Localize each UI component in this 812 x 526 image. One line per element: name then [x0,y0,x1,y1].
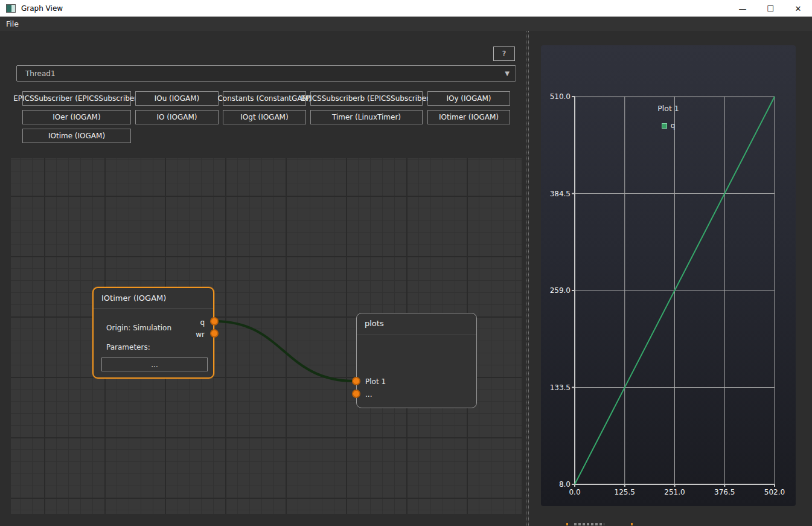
y-tick-label: 384.5 [550,190,571,198]
palette-button-timer[interactable]: Timer (LinuxTimer) [310,110,423,124]
x-tick-label: 502.0 [764,488,785,496]
close-button[interactable]: ✕ [784,0,812,17]
x-tick-label: 0.0 [569,488,580,496]
node-iotimer-title: IOtimer (IOGAM) [101,293,166,303]
help-button[interactable]: ? [493,47,515,61]
palette-button-io[interactable]: IO (IOGAM) [135,110,219,124]
plot-area: 510.0384.5259.0133.58.0 0.0125.5251.0376… [575,97,775,484]
node-divider [357,335,476,335]
strip-orange-mark [631,523,633,525]
input-port-plot1[interactable] [352,377,360,385]
node-divider [94,308,213,309]
origin-label: Origin: Simulation [106,324,171,332]
palette-button-iogt[interactable]: IOgt (IOGAM) [223,110,306,124]
menu-file[interactable]: File [0,19,25,28]
menu-bar: File [0,17,812,31]
parameters-label: Parameters: [106,343,150,351]
window-controls: — ☐ ✕ [729,0,812,17]
palette-button-constants[interactable]: Constants (ConstantGAM) [223,91,306,106]
y-tick-label: 259.0 [550,286,571,295]
plot-panel: Plot 1 q 510.0384.5259.0133.58.0 0.0125.… [541,45,796,506]
plot-grid-and-line [571,93,778,488]
y-tick-label: 8.0 [559,480,571,489]
bottom-partial-widget [541,522,812,526]
x-tick-label: 125.5 [615,488,635,496]
node-plots[interactable]: plots Plot 1 ... [356,313,477,408]
graph-view-window: Graph View — ☐ ✕ File ? Thread1 ▼ EPICSS… [0,0,812,526]
input-port-more[interactable] [352,390,360,398]
strip-gray-marks [574,523,604,525]
palette-button-epicssubscriberb[interactable]: EPICSSubscriberb (EPICSSubscriber) [310,91,423,106]
minimize-button[interactable]: — [729,0,756,17]
palette-button-ioer[interactable]: IOer (IOGAM) [22,110,131,124]
output-port-label-q: q [168,318,205,327]
strip-orange-mark [566,523,568,525]
palette-button-iotime[interactable]: IOtime (IOGAM) [22,129,131,143]
output-port-label-wr: wr [168,330,205,339]
app-icon [6,4,16,13]
node-plots-title: plots [365,319,384,328]
palette-button-epicssubscriber[interactable]: EPICSSubscriber (EPICSSubscriber) [22,91,131,106]
palette-button-iotimer[interactable]: IOtimer (IOGAM) [427,110,510,124]
thread-selector-value: Thread1 [25,69,56,78]
input-port-label-more: ... [365,390,372,399]
x-tick-label: 376.5 [714,488,735,496]
palette-button-ioy[interactable]: IOy (IOGAM) [427,91,510,106]
window-title: Graph View [21,4,63,13]
y-tick-label: 133.5 [550,383,571,392]
chevron-down-icon: ▼ [505,70,510,77]
y-tick-label: 510.0 [550,92,571,101]
splitter-handle[interactable] [526,31,529,526]
thread-selector[interactable]: Thread1 ▼ [16,65,516,82]
maximize-button[interactable]: ☐ [756,0,784,17]
output-port-wr[interactable] [210,329,219,338]
parameters-expand-button[interactable]: ... [101,358,208,371]
output-port-q[interactable] [210,317,219,326]
node-iotimer[interactable]: IOtimer (IOGAM) Origin: Simulation Param… [92,287,214,379]
palette-button-iou[interactable]: IOu (IOGAM) [135,91,219,106]
input-port-label-plot1: Plot 1 [365,377,386,386]
title-bar: Graph View — ☐ ✕ [0,0,812,17]
x-tick-label: 251.0 [664,488,685,496]
